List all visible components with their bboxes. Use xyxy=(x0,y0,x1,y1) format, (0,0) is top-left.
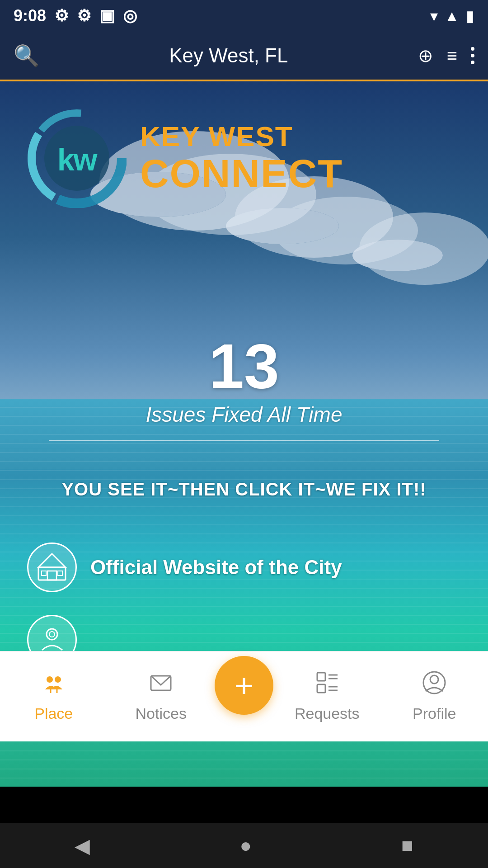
settings-icon-2: ⚙ xyxy=(77,6,91,25)
location-button[interactable]: ⊕ xyxy=(418,45,433,66)
notices-icon xyxy=(149,670,173,700)
svg-rect-7 xyxy=(47,571,56,580)
plus-icon: + xyxy=(235,669,253,702)
nav-label-place: Place xyxy=(34,705,73,722)
svg-rect-19 xyxy=(317,684,325,693)
svg-rect-10 xyxy=(58,571,62,576)
svg-marker-6 xyxy=(38,554,66,567)
signal-icon: ▲ xyxy=(444,7,460,25)
status-time: 9:08 xyxy=(14,6,46,25)
nav-item-place[interactable]: Place xyxy=(0,670,108,722)
more-options-button[interactable] xyxy=(471,47,474,64)
svg-point-12 xyxy=(49,632,55,637)
bottom-navigation: Place Notices + xyxy=(0,651,488,741)
system-nav-bar: ◀ ● ■ xyxy=(0,823,488,868)
svg-point-14 xyxy=(55,676,61,683)
profile-icon xyxy=(422,670,446,700)
tagline: YOU SEE IT~THEN CLICK IT~WE FIX IT!! xyxy=(0,479,488,500)
svg-rect-9 xyxy=(42,571,46,576)
cloud-3 xyxy=(352,240,443,271)
official-section: Official Website of the City xyxy=(27,542,342,592)
at-sign-icon: ◎ xyxy=(123,6,137,25)
recents-button[interactable]: ■ xyxy=(401,834,413,857)
cloud-2 xyxy=(226,208,339,244)
logo-key-west: KEY WEST xyxy=(140,121,343,152)
search-button[interactable]: 🔍 xyxy=(14,43,39,68)
app-bar-title: Key West, FL xyxy=(48,44,409,67)
nav-label-profile: Profile xyxy=(413,705,456,722)
back-button[interactable]: ◀ xyxy=(75,834,90,857)
place-icon xyxy=(42,670,66,700)
app-bar: 🔍 Key West, FL ⊕ ≡ xyxy=(0,32,488,81)
nav-item-requests[interactable]: Requests xyxy=(273,670,381,722)
stats-section: 13 Issues Fixed All Time xyxy=(0,335,488,441)
home-button[interactable]: ● xyxy=(239,834,252,857)
stats-label: Issues Fixed All Time xyxy=(0,402,488,427)
wifi-icon: ▾ xyxy=(430,7,438,25)
svg-rect-16 xyxy=(317,673,325,681)
logo-area: kw KEY WEST CONNECT xyxy=(27,108,343,208)
battery-icon: ▮ xyxy=(466,7,474,25)
svg-point-23 xyxy=(430,675,438,684)
hero-section: kw KEY WEST CONNECT 13 Issues Fixed All … xyxy=(0,81,488,787)
svg-text:kw: kw xyxy=(57,142,98,177)
kw-logo-svg: kw xyxy=(27,108,127,208)
sd-card-icon: ▣ xyxy=(99,6,115,25)
official-icon xyxy=(27,542,77,592)
svg-point-13 xyxy=(47,676,53,683)
status-bar: 9:08 ⚙ ⚙ ▣ ◎ ▾ ▲ ▮ xyxy=(0,0,488,32)
stats-number: 13 xyxy=(0,335,488,398)
nav-label-notices: Notices xyxy=(136,705,187,722)
logo-connect: CONNECT xyxy=(140,152,343,196)
nav-label-requests: Requests xyxy=(295,705,360,722)
svg-rect-5 xyxy=(38,567,66,580)
add-button[interactable]: + xyxy=(215,656,273,715)
nav-item-notices[interactable]: Notices xyxy=(108,670,215,722)
svg-point-11 xyxy=(47,629,57,640)
nav-item-profile[interactable]: Profile xyxy=(381,670,488,722)
settings-icon-1: ⚙ xyxy=(54,6,69,25)
stats-divider xyxy=(49,440,439,441)
layers-button[interactable]: ≡ xyxy=(447,46,457,66)
official-text: Official Website of the City xyxy=(90,556,342,579)
logo-text: KEY WEST CONNECT xyxy=(140,121,343,196)
requests-icon xyxy=(315,670,339,700)
